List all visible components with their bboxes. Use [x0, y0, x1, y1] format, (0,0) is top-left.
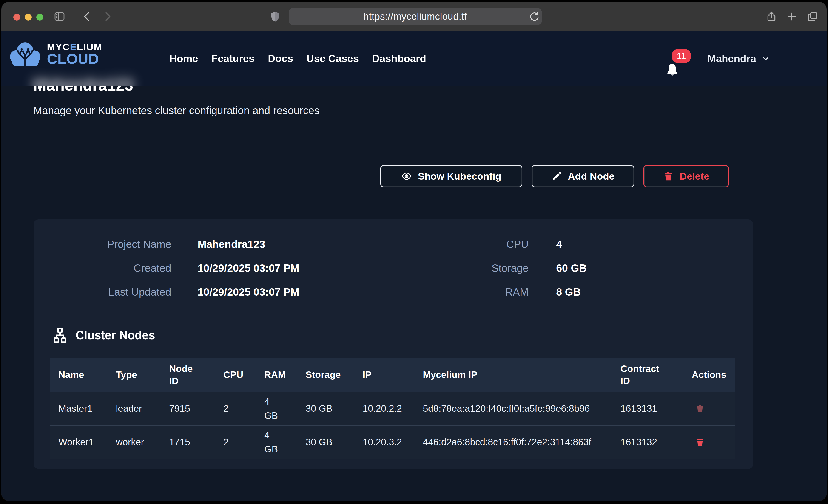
brand-wordmark: MYCELIUM CLOUD [47, 42, 102, 66]
nav-link-docs[interactable]: Docs [268, 53, 293, 65]
browser-toolbar: https://myceliumcloud.tf [1, 2, 827, 31]
delete-cluster-button[interactable]: Delete [644, 165, 729, 187]
page-title-blur-ghost: Mahendra123 [33, 75, 133, 86]
cluster-actions: Show Kubeconfig Add Node Delete [380, 165, 729, 187]
share-icon[interactable] [764, 9, 779, 24]
page-content: Mahendra123 Mahendra123 [1, 31, 827, 501]
detail-value: Mahendra123 [198, 237, 299, 251]
cell-contract-id: 1613132 [612, 426, 684, 459]
detail-label: Last Updated [34, 285, 171, 299]
add-node-label: Add Node [568, 171, 615, 182]
browser-window: https://myceliumcloud.tf Mahendra123 Mah… [1, 2, 827, 501]
delete-node-button[interactable] [695, 437, 705, 448]
network-nodes-icon [51, 327, 69, 344]
user-menu[interactable]: Mahendra [707, 31, 770, 86]
cell-ram: 4 GB [256, 426, 297, 459]
table-row: Master1 leader 7915 2 4 GB 30 GB 10.20.2… [50, 392, 735, 426]
col-header-ram: RAM [256, 358, 297, 392]
forward-button[interactable] [100, 9, 115, 24]
table-row: Worker1 worker 1715 2 4 GB 30 GB 10.20.3… [50, 426, 735, 459]
cell-type: leader [108, 392, 161, 425]
back-button[interactable] [80, 9, 94, 24]
cell-actions [684, 426, 735, 459]
user-name: Mahendra [707, 53, 756, 65]
show-kubeconfig-label: Show Kubeconfig [418, 171, 501, 182]
trash-icon [695, 404, 705, 414]
cluster-nodes-title: Cluster Nodes [76, 329, 155, 342]
trash-icon [695, 437, 705, 448]
detail-label: Created [34, 261, 171, 275]
cell-node-id: 1715 [161, 426, 215, 459]
main-nav: Home Features Docs Use Cases Dashboard [169, 31, 426, 86]
detail-label: Storage [392, 261, 529, 275]
cell-contract-id: 1613131 [612, 392, 684, 425]
show-kubeconfig-button[interactable]: Show Kubeconfig [380, 165, 522, 187]
cell-storage: 30 GB [297, 392, 355, 425]
cell-ram: 4 GB [256, 392, 297, 425]
detail-value: 10/29/2025 03:07 PM [198, 285, 299, 299]
details-right: CPU 4 Storage 60 GB RAM 8 GB [392, 237, 587, 299]
col-header-node-id: Node ID [161, 358, 215, 392]
delete-label: Delete [679, 171, 709, 182]
detail-value: 60 GB [556, 261, 587, 275]
col-header-storage: Storage [297, 358, 355, 392]
tab-overview-icon[interactable] [805, 9, 820, 24]
col-header-type: Type [108, 358, 161, 392]
col-header-name: Name [50, 358, 108, 392]
site-header: Mahendra123 [1, 31, 827, 86]
cell-mycelium-ip: 446:d2a6:8bcd:8c16:ff0f:72e2:3114:863f [415, 426, 612, 459]
nav-link-features[interactable]: Features [211, 53, 255, 65]
notifications-button[interactable]: 11 [661, 54, 689, 81]
chevron-down-icon [761, 54, 770, 63]
cell-cpu: 2 [215, 392, 256, 425]
detail-value: 4 [556, 237, 587, 251]
close-window-button[interactable] [13, 14, 20, 21]
privacy-shield-icon[interactable] [268, 9, 282, 24]
page-subtitle: Manage your Kubernetes cluster configura… [33, 104, 320, 117]
detail-value: 10/29/2025 03:07 PM [198, 261, 299, 275]
nav-link-dashboard[interactable]: Dashboard [372, 53, 426, 65]
col-header-cpu: CPU [215, 358, 256, 392]
col-header-contract-id: Contract ID [612, 358, 684, 392]
details-left: Project Name Mahendra123 Created 10/29/2… [34, 237, 299, 299]
detail-label: Project Name [34, 237, 171, 251]
address-bar[interactable]: https://myceliumcloud.tf [289, 8, 542, 25]
cell-ip: 10.20.3.2 [355, 426, 415, 459]
mycelium-cloud-logo-icon [8, 39, 42, 69]
delete-node-button[interactable] [695, 404, 705, 414]
cell-ip: 10.20.2.2 [355, 392, 415, 425]
nav-link-use-cases[interactable]: Use Cases [306, 53, 359, 65]
minimize-window-button[interactable] [25, 14, 32, 21]
bell-icon [665, 62, 680, 78]
cell-cpu: 2 [215, 426, 256, 459]
brand-cloud: CLOUD [47, 52, 102, 66]
cluster-nodes-heading: Cluster Nodes [51, 327, 155, 344]
detail-label: RAM [392, 285, 529, 299]
address-bar-url: https://myceliumcloud.tf [364, 11, 467, 22]
cell-name: Master1 [50, 392, 108, 425]
cluster-details-card: Project Name Mahendra123 Created 10/29/2… [34, 219, 753, 469]
col-header-ip: IP [355, 358, 415, 392]
new-tab-icon[interactable] [785, 9, 799, 24]
detail-value: 8 GB [556, 285, 587, 299]
cell-mycelium-ip: 5d8:78ea:a120:f40c:ff0f:a5fe:99e6:8b96 [415, 392, 612, 425]
cell-node-id: 7915 [161, 392, 215, 425]
nodes-table-header: Name Type Node ID CPU RAM Storage IP Myc… [50, 358, 735, 392]
col-header-mycelium-ip: Mycelium IP [415, 358, 612, 392]
cell-name: Worker1 [50, 426, 108, 459]
detail-label: CPU [392, 237, 529, 251]
nav-link-home[interactable]: Home [169, 53, 198, 65]
nodes-table: Name Type Node ID CPU RAM Storage IP Myc… [50, 358, 735, 459]
cell-storage: 30 GB [297, 426, 355, 459]
zoom-window-button[interactable] [36, 14, 43, 21]
reload-icon[interactable] [527, 9, 541, 24]
cell-actions [684, 392, 735, 425]
eye-icon [401, 171, 412, 181]
traffic-lights [13, 14, 43, 21]
notification-count-badge: 11 [671, 49, 691, 64]
pencil-icon [551, 171, 562, 181]
sidebar-toggle-icon[interactable] [52, 9, 67, 24]
brand-logo[interactable]: MYCELIUM CLOUD [8, 39, 102, 69]
add-node-button[interactable]: Add Node [532, 165, 634, 187]
cell-type: worker [108, 426, 161, 459]
